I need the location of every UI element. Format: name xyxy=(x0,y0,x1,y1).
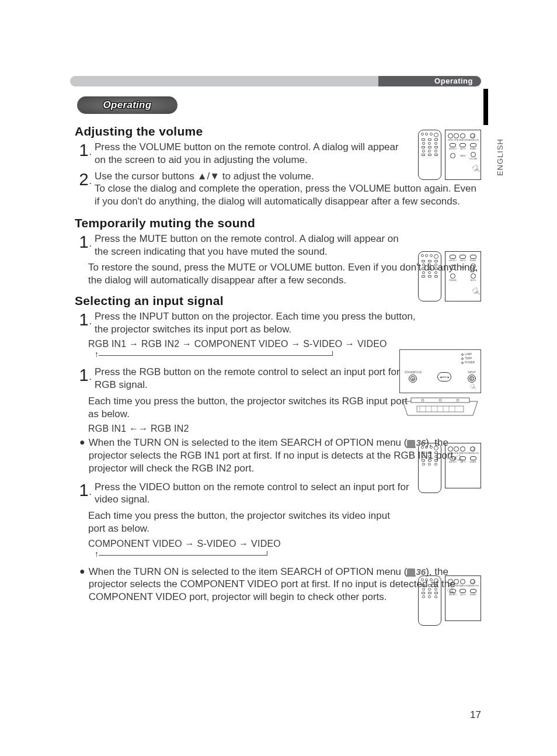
step-line: Use the cursor buttons ▲/▼ to adjust the… xyxy=(95,171,314,182)
loopback-arrow: ↑ xyxy=(95,352,482,360)
section-pill: Operating xyxy=(77,96,177,114)
bullet-item: ● When the TURN ON is selected to the it… xyxy=(79,436,482,474)
step-number: 1 xyxy=(75,311,91,328)
step-item: 1 Press the VIDEO button on the remote c… xyxy=(75,481,482,507)
step-line: To close the dialog and complete the ope… xyxy=(95,183,476,207)
bullet-dot-icon: ● xyxy=(79,436,85,474)
content-area: Adjusting the volume 1 Press the VOLUME … xyxy=(75,120,482,721)
step-number: 1 xyxy=(75,142,91,159)
heading-input: Selecting an input signal xyxy=(75,294,482,308)
arrow-up-icon: ↑ xyxy=(95,349,99,359)
heading-volume: Adjusting the volume xyxy=(75,124,482,138)
step-number: 1 xyxy=(75,367,91,384)
step-text: Press the VIDEO button on the remote con… xyxy=(95,481,409,507)
header-top-bar: Operating xyxy=(70,76,481,86)
step-subtext: Each time you press the button, the proj… xyxy=(88,509,482,535)
step-line: Press the VIDEO button on the remote con… xyxy=(95,481,409,505)
header-section-label: Operating xyxy=(434,77,473,85)
step-text: Press the MUTE button on the remote cont… xyxy=(95,233,409,258)
step-number: 1 xyxy=(75,482,91,499)
manual-ref-number: 36 xyxy=(416,567,426,577)
section-pill-label: Operating xyxy=(103,99,152,111)
manual-page: Operating ENGLISH Operating VIDEO RGB SE… xyxy=(0,0,557,756)
page-number: 17 xyxy=(470,709,481,721)
step-text: Use the cursor buttons ▲/▼ to adjust the… xyxy=(95,170,482,208)
step-item: 1 Press the VOLUME button on the remote … xyxy=(75,141,482,167)
bullet-text: When the TURN ON is selected to the item… xyxy=(89,566,482,604)
step-line: Press the RGB button on the remote contr… xyxy=(95,366,400,390)
step-text: Press the INPUT button on the projector.… xyxy=(95,310,418,336)
manual-ref-number: 36 xyxy=(416,438,426,448)
step-subtext: Each time you press the button, the proj… xyxy=(88,395,482,421)
step-subtext: To restore the sound, press the MUTE or … xyxy=(88,261,482,287)
step-item: 1 Press the MUTE button on the remote co… xyxy=(75,233,482,258)
input-cycle-rgb: RGB IN1 ←→ RGB IN2 xyxy=(88,424,482,434)
manual-ref-icon xyxy=(407,568,415,575)
step-number: 2 xyxy=(75,171,91,188)
bullet-span: When the TURN ON is selected to the item… xyxy=(89,566,408,577)
arrow-up-icon: ↑ xyxy=(95,549,99,559)
bullet-text: When the TURN ON is selected to the item… xyxy=(89,436,482,474)
manual-ref-icon xyxy=(407,440,415,447)
bullet-span: When the TURN ON is selected to the item… xyxy=(89,437,408,448)
step-number: 1 xyxy=(75,234,91,251)
step-item: 1 Press the INPUT button on the projecto… xyxy=(75,310,482,336)
input-cycle: RGB IN1 → RGB IN2 → COMPONENT VIDEO → S-… xyxy=(88,339,482,349)
step-text: Press the VOLUME button on the remote co… xyxy=(95,141,409,167)
edge-tab xyxy=(483,89,488,125)
input-cycle-video: COMPONENT VIDEO → S-VIDEO → VIDEO xyxy=(88,539,482,549)
heading-mute: Temporarily muting the sound xyxy=(75,216,482,230)
step-text: Press the RGB button on the remote contr… xyxy=(95,366,409,391)
step-item: 1 Press the RGB button on the remote con… xyxy=(75,366,482,391)
language-tab: ENGLISH xyxy=(496,138,504,176)
bullet-dot-icon: ● xyxy=(79,566,85,604)
bullet-item: ● When the TURN ON is selected to the it… xyxy=(79,566,482,604)
loopback-arrow: ↑ xyxy=(95,552,482,560)
step-item: 2 Use the cursor buttons ▲/▼ to adjust t… xyxy=(75,170,482,208)
